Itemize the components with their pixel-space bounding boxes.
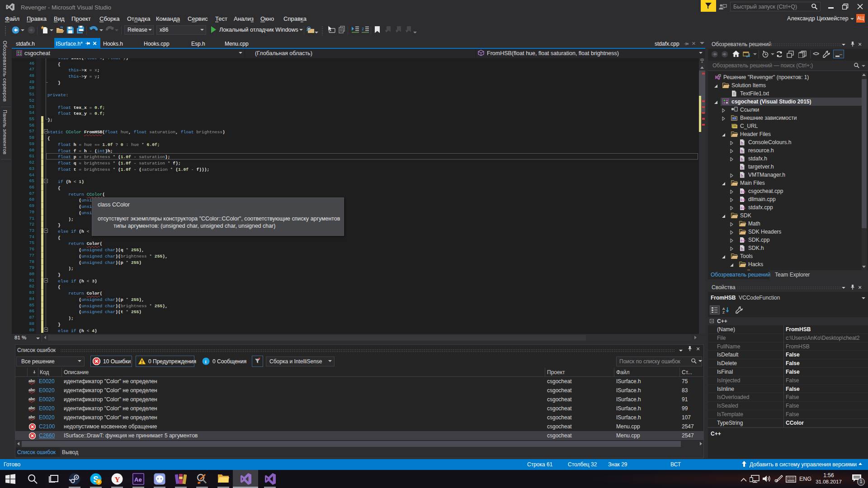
svg-text:Z: Z — [722, 310, 725, 314]
svg-text:h: h — [741, 246, 744, 251]
svg-text:Y: Y — [115, 475, 120, 484]
svg-text:abc: abc — [28, 415, 35, 419]
svg-text:abc: abc — [28, 397, 35, 401]
svg-text:++: ++ — [741, 206, 746, 211]
svg-text:h: h — [741, 156, 744, 161]
svg-text:Ae: Ae — [134, 476, 142, 483]
svg-text:h: h — [741, 173, 744, 178]
svg-text:++: ++ — [741, 189, 746, 194]
svg-text:h: h — [741, 140, 744, 145]
svg-text:h: h — [741, 164, 744, 169]
svg-text:i: i — [205, 359, 207, 364]
svg-text:abc: abc — [28, 406, 35, 410]
svg-text:++: ++ — [741, 197, 746, 202]
svg-text:++: ++ — [741, 238, 746, 243]
svg-text:abc: abc — [28, 388, 35, 392]
svg-text:2: 2 — [362, 27, 364, 31]
svg-text:abc: abc — [28, 379, 35, 383]
svg-text:h: h — [741, 148, 744, 153]
